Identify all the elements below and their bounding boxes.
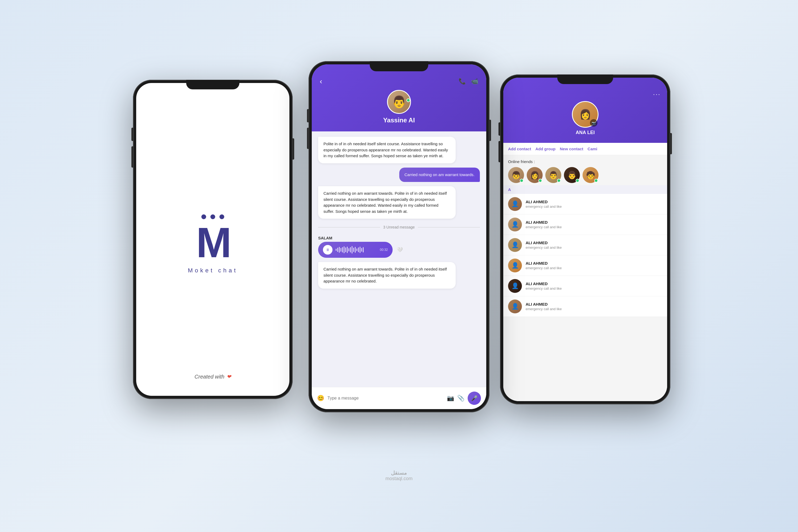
online-dot-2: [538, 179, 542, 183]
cami-btn[interactable]: Cami: [588, 147, 597, 151]
contact-avatar-6: 👤: [508, 300, 522, 314]
contact-name-6: ALI AHMED: [526, 302, 662, 306]
logo-letter: M: [196, 221, 229, 264]
contact-info-6: ALI AHMED emergency call and like: [526, 302, 662, 311]
message-input[interactable]: [327, 396, 444, 401]
contact-avatar-3: 👤: [508, 238, 522, 252]
play-button[interactable]: ⏸: [323, 245, 332, 254]
created-with: Created with ❤: [194, 374, 231, 380]
contact-item-4[interactable]: 👤 ALI AHMED emergency call and like: [503, 255, 667, 276]
add-group-btn[interactable]: Add group: [535, 147, 556, 151]
msg-received-1: Polite in of in oh needed itself silent …: [318, 137, 456, 163]
msg-received-2: Carried nothing on am warrant towards. P…: [318, 186, 456, 218]
contact-sub-5: emergency call and like: [526, 286, 662, 290]
contact-info-4: ALI AHMED emergency call and like: [526, 261, 662, 270]
contacts-body: Online friends : 👦 👩: [503, 155, 667, 401]
online-dot-3: [557, 179, 561, 183]
waveform: [336, 246, 377, 253]
online-avatars: 👦 👩 👨: [508, 167, 662, 183]
notch-center: [370, 61, 428, 71]
contact-avatar-5: 👤: [508, 279, 522, 293]
unread-divider: 3 Unread message: [318, 225, 480, 229]
msg-text-1: Polite in of in oh needed itself silent …: [323, 141, 448, 158]
chat-contact-name: Yassine AI: [383, 116, 415, 124]
chat-messages: Polite in of in oh needed itself silent …: [312, 131, 486, 387]
notch-right: [557, 75, 613, 84]
watermark-url: mostaql.com: [385, 476, 413, 481]
camera-button[interactable]: 📷: [447, 395, 454, 402]
watermark-arabic: مستقل: [385, 470, 413, 476]
logo-section: M Moket chat: [188, 115, 238, 374]
online-friend-4[interactable]: 👨: [564, 167, 580, 183]
back-button[interactable]: ‹: [320, 77, 322, 86]
heart-reaction[interactable]: 🤍: [397, 247, 403, 253]
video-icon[interactable]: 📹: [471, 78, 478, 85]
contact-avatar-1: 👤: [508, 197, 522, 211]
add-contact-btn[interactable]: Add contact: [508, 147, 531, 151]
contact-info-1: ALI AHMED emergency call and like: [526, 200, 662, 209]
contact-name-4: ALI AHMED: [526, 261, 662, 265]
msg-text-sent-1: Carried nothing on am warrant towards.: [404, 172, 475, 177]
online-dot-5: [594, 179, 598, 183]
chat-header: ‹ 📞 📹 👨 Yassine AI: [312, 64, 486, 131]
phones-container: M Moket chat Created with ❤ ··· 👩: [107, 40, 691, 492]
msg-received-3: Carried nothing on am warrant towards. P…: [318, 262, 456, 289]
phone-left: M Moket chat Created with ❤: [133, 80, 292, 399]
chat-input-bar: 😊 📷 📎 🎤: [312, 387, 486, 409]
msg-text-3: Carried nothing on am warrant towards. P…: [323, 267, 447, 283]
voice-duration: 00:32: [380, 248, 388, 252]
online-friend-3[interactable]: 👨: [545, 167, 561, 183]
camera-badge-icon[interactable]: 📷: [590, 119, 597, 127]
contact-name-3: ALI AHMED: [526, 241, 662, 245]
voice-message[interactable]: ⏸: [318, 242, 393, 258]
mic-icon: 🎤: [471, 395, 478, 401]
contact-item-3[interactable]: 👤 ALI AHMED emergency call and like: [503, 235, 667, 255]
contact-name-2: ALI AHMED: [526, 220, 662, 225]
online-section: Online friends : 👦 👩: [503, 155, 667, 185]
voice-message-group: SALAM ⏸: [318, 236, 480, 258]
section-letter-a: A: [503, 185, 667, 194]
contact-avatar-4: 👤: [508, 259, 522, 272]
contact-item-2[interactable]: 👤 ALI AHMED emergency call and like: [503, 214, 667, 235]
contact-avatar-wrap: 👩 📷: [572, 101, 598, 128]
contact-sub-2: emergency call and like: [526, 225, 662, 229]
online-dot-1: [520, 179, 524, 183]
online-dot-4: [576, 179, 580, 183]
contacts-toolbar: Add contact Add group New contact Cami: [503, 143, 667, 155]
call-icon[interactable]: 📞: [459, 78, 466, 85]
phone-right: ··· 👩 📷 ANA LEI Add contact Add group Ne…: [500, 75, 670, 404]
contact-sub-1: emergency call and like: [526, 205, 662, 209]
attach-button[interactable]: 📎: [457, 395, 464, 402]
online-friend-1[interactable]: 👦: [508, 167, 524, 183]
heart-icon: ❤: [227, 374, 231, 380]
contact-info-5: ALI AHMED emergency call and like: [526, 281, 662, 290]
more-options-icon[interactable]: ···: [653, 91, 661, 98]
online-friend-2[interactable]: 👩: [527, 167, 543, 183]
logo-name: Moket chat: [188, 267, 238, 274]
mic-button[interactable]: 🎤: [468, 392, 481, 405]
contact-avatar-2: 👤: [508, 217, 522, 231]
new-contact-btn[interactable]: New contact: [560, 147, 583, 151]
contacts-header: ··· 👩 📷 ANA LEI: [503, 78, 667, 143]
contact-sub-6: emergency call and like: [526, 307, 662, 311]
created-text: Created with: [194, 374, 224, 380]
salam-label: SALAM: [318, 236, 480, 240]
online-indicator: [406, 98, 410, 102]
contact-sub-3: emergency call and like: [526, 246, 662, 249]
contact-sub-4: emergency call and like: [526, 266, 662, 270]
unread-count-label: 3 Unread message: [383, 225, 415, 229]
msg-sent-1: Carried nothing on am warrant towards.: [399, 168, 480, 182]
contact-item-1[interactable]: 👤 ALI AHMED emergency call and like: [503, 194, 667, 214]
phone-center: ‹ 📞 📹 👨 Yassine AI P: [308, 61, 490, 412]
online-title: Online friends :: [508, 159, 662, 164]
contact-name-header: ANA LEI: [576, 130, 594, 135]
contact-item-6[interactable]: 👤 ALI AHMED emergency call and like: [503, 296, 667, 317]
notch-left: [186, 80, 240, 89]
contact-info-3: ALI AHMED emergency call and like: [526, 241, 662, 249]
contact-avatar-emoji: 👩: [580, 109, 591, 120]
online-friend-5[interactable]: 🧒: [583, 167, 598, 183]
emoji-button[interactable]: 😊: [317, 395, 324, 402]
contact-name-1: ALI AHMED: [526, 200, 662, 204]
contact-info-2: ALI AHMED emergency call and like: [526, 220, 662, 229]
contact-item-5[interactable]: 👤 ALI AHMED emergency call and like: [503, 276, 667, 296]
